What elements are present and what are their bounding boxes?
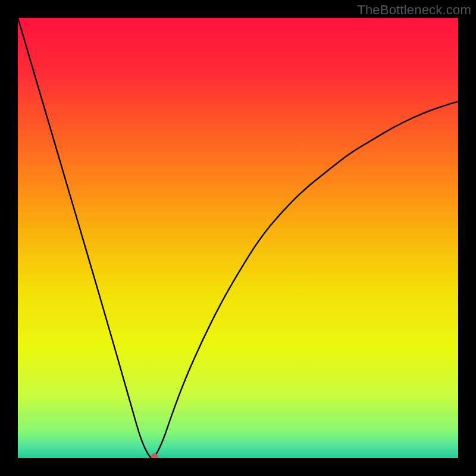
gradient-background [18, 18, 458, 458]
chart-frame [18, 18, 458, 458]
watermark-text: TheBottleneck.com [357, 2, 471, 18]
bottleneck-chart [18, 18, 458, 458]
